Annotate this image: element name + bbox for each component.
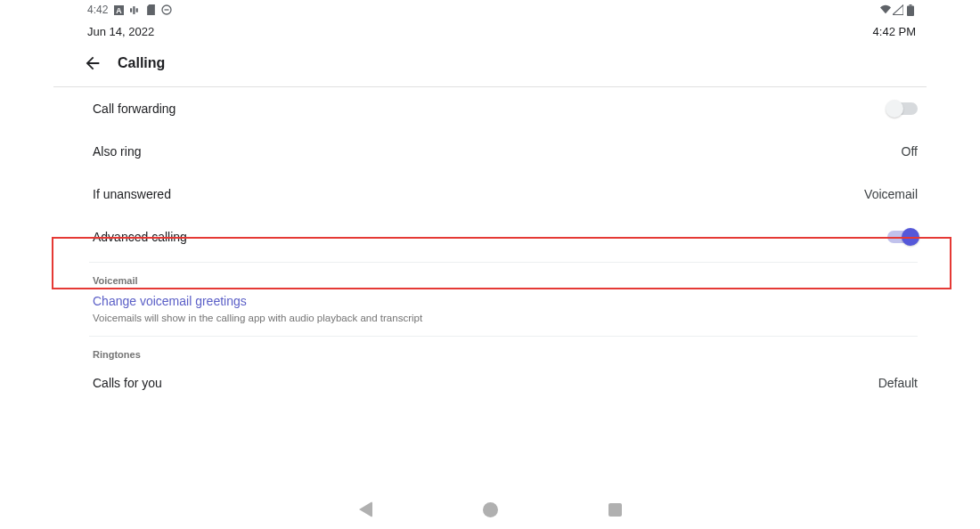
date-label: Jun 14, 2022 [87, 25, 154, 38]
if-unanswered-label: If unanswered [93, 187, 171, 201]
status-time: 4:42 [87, 4, 108, 16]
svg-rect-8 [907, 5, 914, 16]
page-header: Calling [82, 45, 980, 86]
row-calls-for-you[interactable]: Calls for you Default [93, 367, 918, 404]
voicemail-help-text: Voicemails will show in the calling app … [93, 313, 980, 336]
row-call-forwarding[interactable]: Call forwarding [93, 87, 918, 130]
change-voicemail-greetings-link[interactable]: Change voicemail greetings [93, 294, 247, 308]
row-change-voicemail-greetings[interactable]: Change voicemail greetings [93, 293, 980, 313]
android-status-bar: 4:42 A [0, 0, 980, 20]
call-forwarding-toggle[interactable] [887, 102, 918, 115]
row-also-ring[interactable]: Also ring Off [93, 130, 918, 173]
back-arrow-icon[interactable] [82, 53, 103, 74]
time-label: 4:42 PM [873, 25, 916, 38]
wifi-icon [880, 4, 891, 15]
nav-recent-icon[interactable] [606, 501, 624, 518]
nav-home-icon[interactable] [481, 501, 499, 518]
advanced-calling-label: Advanced calling [93, 230, 187, 244]
date-time-row: Jun 14, 2022 4:42 PM [0, 20, 980, 45]
voicemail-section-title: Voicemail [93, 263, 980, 293]
svg-rect-4 [135, 8, 137, 12]
cell-signal-icon [893, 4, 903, 15]
row-if-unanswered[interactable]: If unanswered Voicemail [93, 173, 918, 216]
svg-rect-3 [133, 6, 135, 14]
status-bar-right [880, 4, 916, 15]
calls-for-you-value: Default [878, 376, 918, 390]
status-bar-left: 4:42 A [87, 4, 172, 16]
also-ring-label: Also ring [93, 144, 141, 159]
if-unanswered-value: Voicemail [864, 187, 918, 201]
app-a-icon: A [113, 4, 124, 15]
battery-icon [905, 4, 916, 15]
calls-for-you-label: Calls for you [93, 376, 162, 390]
svg-rect-2 [130, 8, 132, 12]
dnd-icon [161, 4, 172, 15]
call-forwarding-label: Call forwarding [93, 102, 176, 116]
also-ring-value: Off [902, 144, 918, 159]
advanced-calling-toggle[interactable] [887, 231, 918, 243]
row-advanced-calling[interactable]: Advanced calling [93, 216, 918, 262]
svg-text:A: A [116, 5, 122, 14]
ringtones-section-title: Ringtones [93, 337, 980, 367]
nav-back-icon[interactable] [356, 501, 374, 518]
storage-icon [145, 4, 156, 15]
activity-icon [129, 4, 140, 15]
page-title: Calling [118, 55, 165, 71]
android-nav-bar [0, 501, 980, 518]
svg-rect-7 [910, 4, 912, 6]
